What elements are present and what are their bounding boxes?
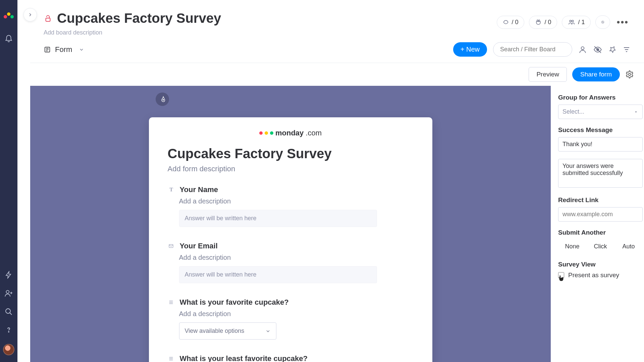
lock-icon [44, 14, 52, 23]
integrations-count: / 0 [545, 19, 551, 26]
submit-option-auto[interactable]: Auto [614, 240, 643, 253]
main: Cupcakes Factory Survey Add board descri… [30, 0, 644, 362]
brand-dot-yellow-icon [265, 131, 268, 135]
list-type-icon [168, 300, 175, 305]
view-label: Form [55, 45, 72, 54]
search-icon[interactable] [5, 308, 13, 316]
nav-rail [0, 0, 17, 362]
redirect-link-input[interactable] [558, 207, 643, 222]
success-body-input[interactable] [558, 159, 643, 188]
board-description[interactable]: Add board description [44, 29, 221, 36]
form-title[interactable]: Cupcakes Factory Survey [168, 146, 414, 161]
success-title-input[interactable] [558, 137, 643, 152]
form-card: monday.com Cupcakes Factory Survey Add f… [149, 117, 432, 362]
submit-another-label: Submit Another [558, 229, 606, 236]
members-pill[interactable]: / 1 [562, 16, 591, 29]
brand-suffix: .com [306, 129, 322, 137]
share-form-button[interactable]: Share form [572, 67, 620, 81]
select-placeholder: Select... [562, 108, 584, 115]
new-button[interactable]: + New [453, 42, 487, 57]
question-answer-placeholder: Answer will be written here [179, 210, 377, 227]
brand-name: monday [275, 129, 304, 137]
question-title: Your Email [180, 242, 218, 250]
text-type-icon: T [168, 187, 175, 193]
board-title[interactable]: Cupcakes Factory Survey [57, 11, 221, 26]
help-icon[interactable] [5, 326, 13, 334]
svg-point-11 [581, 47, 584, 50]
survey-view-label: Survey View [558, 261, 596, 268]
activity-pill[interactable] [595, 15, 610, 29]
svg-point-4 [6, 309, 10, 313]
form-question[interactable]: Your Email Add a description Answer will… [168, 242, 414, 283]
monday-logo-icon[interactable] [3, 9, 14, 20]
question-answer-placeholder: Answer will be written here [179, 266, 377, 283]
question-title: What is your favorite cupcake? [180, 298, 289, 307]
svg-point-13 [629, 73, 631, 76]
notifications-icon[interactable] [4, 34, 13, 42]
theme-color-button[interactable] [156, 93, 169, 106]
present-as-survey-row: Present as survey [558, 272, 644, 279]
question-title: Your Name [180, 185, 218, 194]
form-settings-panel: Group for Answers Select... Success Mess… [551, 86, 644, 362]
invite-icon[interactable] [4, 289, 13, 298]
pin-icon[interactable] [608, 46, 616, 54]
automations-pill[interactable]: / 0 [497, 16, 524, 29]
preview-button[interactable]: Preview [529, 67, 567, 82]
bolt-icon[interactable] [5, 271, 13, 279]
hide-icon[interactable] [593, 45, 602, 54]
email-type-icon [168, 243, 175, 249]
svg-point-8 [572, 20, 573, 22]
question-description[interactable]: Add a description [179, 310, 414, 318]
svg-rect-6 [46, 18, 50, 21]
group-answers-select[interactable]: Select... [558, 105, 643, 119]
form-question[interactable]: What is your least favorite cupcake? [168, 354, 414, 362]
chevron-down-icon [79, 47, 84, 52]
question-description[interactable]: Add a description [179, 254, 414, 261]
brand-logo: monday.com [168, 129, 414, 137]
board-search-input[interactable] [493, 42, 572, 57]
brand-dot-red-icon [259, 131, 263, 135]
form-question[interactable]: T Your Name Add a description Answer wil… [168, 185, 414, 227]
members-count: / 1 [578, 19, 585, 26]
list-type-icon [168, 356, 175, 361]
svg-point-14 [163, 99, 164, 100]
form-question[interactable]: What is your favorite cupcake? Add a des… [168, 298, 414, 340]
submit-option-none[interactable]: None [558, 240, 586, 253]
question-options-dropdown[interactable]: View available options [179, 322, 276, 340]
view-switcher[interactable]: Form [44, 45, 84, 54]
svg-point-0 [4, 15, 7, 18]
svg-point-1 [7, 12, 10, 16]
tabs-row: Form + New [30, 40, 644, 63]
form-canvas: monday.com Cupcakes Factory Survey Add f… [30, 86, 551, 362]
board-header: Cupcakes Factory Survey Add board descri… [30, 0, 644, 40]
automations-count: / 0 [512, 19, 519, 26]
submit-option-click[interactable]: Click [586, 240, 614, 253]
svg-point-2 [10, 15, 14, 18]
user-avatar[interactable] [3, 344, 14, 355]
board-options-button[interactable]: ••• [615, 17, 631, 27]
group-answers-label: Group for Answers [558, 94, 615, 101]
svg-point-5 [8, 331, 9, 332]
integrations-pill[interactable]: / 0 [529, 16, 557, 29]
svg-point-7 [570, 20, 571, 22]
dropdown-label: View available options [185, 327, 245, 335]
brand-dot-green-icon [270, 131, 273, 135]
question-title: What is your least favorite cupcake? [180, 354, 308, 362]
submit-another-segmented: None Click Auto [558, 240, 643, 253]
success-message-label: Success Message [558, 126, 613, 134]
present-as-survey-label: Present as survey [568, 272, 619, 279]
workspace: monday.com Cupcakes Factory Survey Add f… [30, 86, 644, 362]
present-as-survey-checkbox[interactable] [558, 272, 564, 278]
question-description[interactable]: Add a description [179, 197, 414, 205]
form-description[interactable]: Add form description [168, 165, 414, 173]
form-settings-icon[interactable] [625, 70, 634, 79]
filter-icon[interactable] [623, 46, 631, 54]
redirect-link-label: Redirect Link [558, 196, 598, 204]
person-filter-icon[interactable] [578, 45, 587, 54]
form-action-bar: Preview Share form [30, 63, 644, 86]
svg-point-3 [6, 290, 9, 293]
